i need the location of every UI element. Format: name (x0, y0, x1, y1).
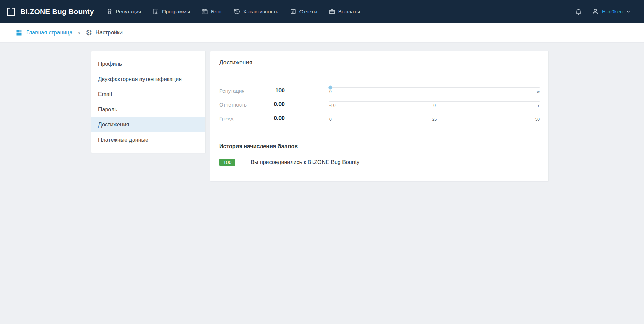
reputation-slider: 0 ∞ (329, 87, 540, 94)
scale-min: -10 (329, 103, 400, 108)
nav-item-blog[interactable]: Блог (201, 8, 222, 15)
breadcrumb-home-label: Главная страница (26, 30, 72, 36)
chevron-down-icon (626, 9, 631, 14)
scale-max: 50 (469, 117, 540, 122)
hackactivity-icon (234, 8, 240, 15)
breadcrumb-current: ⚙ Настройки (86, 29, 123, 36)
nav-item-label: Хакактивность (243, 9, 278, 14)
reputation-icon (106, 8, 113, 15)
settings-item-achievements[interactable]: Достижения (91, 117, 205, 132)
achievements-metrics: Репутация 100 0 ∞ Отчетность 0.00 (210, 74, 548, 134)
settings-item-2fa[interactable]: Двухфакторная аутентификация (91, 72, 205, 87)
settings-item-payment-details[interactable]: Платежные данные (91, 132, 205, 148)
nav-item-label: Блог (211, 9, 222, 14)
nav-item-label: Репутация (116, 9, 141, 14)
settings-nav: Профиль Двухфакторная аутентификация Ema… (91, 51, 206, 153)
reports-icon (290, 8, 296, 15)
breadcrumb-separator: › (78, 29, 80, 36)
breadcrumb-home-link[interactable]: Главная страница (15, 29, 72, 36)
programs-icon (152, 8, 159, 15)
points-badge: 100 (219, 159, 235, 166)
slider-track (329, 101, 540, 102)
slider-thumb[interactable] (328, 86, 332, 90)
notifications-bell-icon[interactable] (575, 8, 582, 15)
history-text: Вы присоединились к Bi.ZONE Bug Bounty (251, 159, 359, 165)
nav-item-label: Отчеты (299, 9, 317, 14)
blog-icon (201, 8, 208, 15)
nav-item-payouts[interactable]: Выплаты (329, 8, 360, 15)
slider-scale: -10 0 7 (329, 103, 540, 108)
nav-item-label: Программы (162, 9, 190, 14)
settings-item-password[interactable]: Пароль (91, 102, 205, 117)
metric-value: 100 (261, 88, 285, 94)
gear-icon: ⚙ (86, 29, 92, 36)
user-icon (592, 8, 599, 15)
points-history-title: История начисления баллов (219, 134, 540, 159)
settings-item-profile[interactable]: Профиль (91, 57, 205, 72)
settings-item-email[interactable]: Email (91, 87, 205, 102)
points-history: История начисления баллов 100 Вы присоед… (210, 134, 548, 181)
metric-label: Грейд (219, 115, 261, 121)
scale-mid (400, 89, 470, 94)
user-menu[interactable]: Han0ken (592, 8, 631, 15)
dashboard-grid-icon (15, 29, 22, 36)
achievements-title: Достижения (210, 51, 548, 74)
achievements-card: Достижения Репутация 100 0 ∞ (210, 51, 549, 181)
nav-item-label: Выплаты (338, 9, 360, 14)
scale-max: 7 (469, 103, 540, 108)
nav-item-programs[interactable]: Программы (152, 8, 190, 15)
top-navbar: BI.ZONE Bug Bounty Репутация Программы Б… (0, 0, 644, 23)
metric-row-grade: Грейд 0.00 0 25 50 (219, 111, 540, 125)
history-row: 100 Вы присоединились к Bi.ZONE Bug Boun… (219, 159, 540, 171)
scale-min: 0 (329, 117, 400, 122)
slider-track (329, 115, 540, 115)
metric-row-reporting: Отчетность 0.00 -10 0 7 (219, 98, 540, 111)
slider-track (329, 87, 540, 88)
scale-min: 0 (329, 89, 400, 94)
metric-label: Репутация (219, 88, 261, 94)
metric-row-reputation: Репутация 100 0 ∞ (219, 84, 540, 98)
scale-max: ∞ (469, 89, 540, 94)
bizone-logo-icon (6, 7, 16, 17)
slider-scale: 0 ∞ (329, 89, 540, 94)
scale-mid: 0 (400, 103, 470, 108)
navbar-right: Han0ken (575, 8, 631, 15)
nav-item-reputation[interactable]: Репутация (106, 8, 141, 15)
breadcrumb: Главная страница › ⚙ Настройки (0, 23, 644, 42)
brand-logo[interactable]: BI.ZONE Bug Bounty (6, 7, 94, 17)
nav-item-reports[interactable]: Отчеты (290, 8, 317, 15)
user-name: Han0ken (602, 9, 623, 14)
brand-title: BI.ZONE Bug Bounty (20, 8, 94, 16)
scale-mid: 25 (400, 117, 470, 122)
payouts-icon (329, 8, 335, 15)
slider-scale: 0 25 50 (329, 117, 540, 122)
grade-slider: 0 25 50 (329, 115, 540, 122)
reporting-slider: -10 0 7 (329, 101, 540, 108)
metric-label: Отчетность (219, 102, 261, 108)
main-content: Профиль Двухфакторная аутентификация Ema… (0, 42, 644, 181)
metric-value: 0.00 (261, 115, 285, 121)
metric-value: 0.00 (261, 101, 285, 108)
breadcrumb-current-label: Настройки (95, 30, 122, 36)
main-nav: Репутация Программы Блог Хакактивность О… (106, 8, 360, 15)
nav-item-hackactivity[interactable]: Хакактивность (234, 8, 278, 15)
